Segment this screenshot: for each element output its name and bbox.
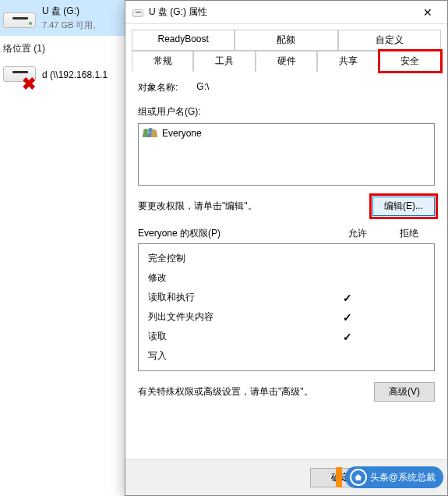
tab-row-1: ReadyBoost 配额 自定义: [132, 29, 441, 50]
tab-hardware[interactable]: 硬件: [256, 51, 317, 72]
tab-sharing[interactable]: 共享: [317, 51, 379, 72]
group-icon: [143, 128, 157, 139]
check-icon: [343, 331, 352, 343]
group-users-label: 组或用户名(G):: [138, 105, 435, 119]
edit-hint: 要更改权限，请单击"编辑"。: [138, 200, 257, 213]
principals-listbox[interactable]: Everyone: [138, 123, 435, 186]
dialog-buttons: 确定 取消: [125, 459, 447, 495]
check-icon: [343, 292, 352, 304]
check-icon: [343, 311, 352, 324]
permission-row: 修改: [139, 268, 434, 288]
permission-name: 读取: [148, 330, 322, 343]
tabs: ReadyBoost 配额 自定义 常规 工具 硬件 共享 安全: [125, 24, 447, 72]
advanced-button[interactable]: 高级(V): [374, 382, 435, 402]
drive-item[interactable]: U 盘 (G:) 7.47 GB 可用,: [0, 0, 125, 36]
permission-row: 完全控制: [139, 249, 434, 268]
permission-row: 读取和执行: [139, 288, 434, 307]
object-name-value: G:\: [196, 81, 209, 94]
cancel-button[interactable]: 取消: [377, 468, 438, 487]
drive-subtext: 7.47 GB 可用,: [42, 19, 95, 31]
advanced-hint: 有关特殊权限或高级设置，请单击"高级"。: [138, 385, 368, 399]
permission-allow: [322, 331, 373, 343]
col-allow: 允许: [332, 227, 383, 240]
usb-drive-icon: [3, 5, 37, 28]
permission-row: 列出文件夹内容: [139, 307, 434, 327]
tab-row-2: 常规 工具 硬件 共享 安全: [132, 50, 441, 72]
network-drive-icon: ✖: [3, 63, 37, 87]
tab-tools[interactable]: 工具: [193, 51, 255, 72]
principal-name: Everyone: [162, 128, 202, 139]
tab-customize[interactable]: 自定义: [338, 30, 441, 51]
usb-drive-icon: [132, 6, 144, 19]
permission-row: 写入: [139, 346, 434, 366]
permission-name: 列出文件夹内容: [148, 310, 322, 324]
permissions-title: Everyone 的权限(P): [138, 227, 332, 240]
ok-button[interactable]: 确定: [310, 468, 371, 487]
security-panel: 对象名称: G:\ 组或用户名(G): Everyone 要更改权限，请单击"编…: [125, 72, 447, 459]
explorer-pane: U 盘 (G:) 7.47 GB 可用, 络位置 (1) ✖ d (\\192.…: [0, 0, 125, 496]
tab-security[interactable]: 安全: [379, 51, 441, 72]
permission-allow: [322, 311, 373, 324]
network-drive-item[interactable]: ✖ d (\\192.168.1.1: [0, 58, 125, 91]
permission-name: 修改: [148, 271, 322, 285]
network-drive-name: d (\\192.168.1.1: [42, 69, 108, 80]
edit-button[interactable]: 编辑(E)...: [372, 197, 435, 216]
tab-quota[interactable]: 配额: [235, 30, 337, 51]
permissions-list: 完全控制修改读取和执行列出文件夹内容读取写入: [138, 243, 435, 371]
col-deny: 拒绝: [383, 227, 435, 240]
principal-item[interactable]: Everyone: [142, 127, 431, 140]
tab-general[interactable]: 常规: [132, 51, 193, 72]
permission-name: 写入: [148, 349, 322, 363]
close-button[interactable]: ✕: [411, 2, 444, 23]
permission-allow: [322, 292, 373, 304]
disconnected-x-icon: ✖: [22, 74, 36, 94]
drive-name: U 盘 (G:): [42, 5, 95, 18]
permission-name: 完全控制: [148, 252, 322, 265]
network-section-label: 络位置 (1): [0, 36, 125, 58]
object-name-label: 对象名称:: [138, 81, 178, 94]
titlebar[interactable]: U 盘 (G:) 属性 ✕: [125, 1, 447, 24]
close-icon: ✕: [423, 6, 432, 19]
permission-name: 读取和执行: [148, 291, 322, 304]
dialog-title: U 盘 (G:) 属性: [149, 5, 411, 19]
permission-row: 读取: [139, 327, 434, 346]
tab-readyboost[interactable]: ReadyBoost: [132, 30, 235, 51]
properties-dialog: U 盘 (G:) 属性 ✕ ReadyBoost 配额 自定义 常规 工具 硬件…: [125, 0, 448, 496]
